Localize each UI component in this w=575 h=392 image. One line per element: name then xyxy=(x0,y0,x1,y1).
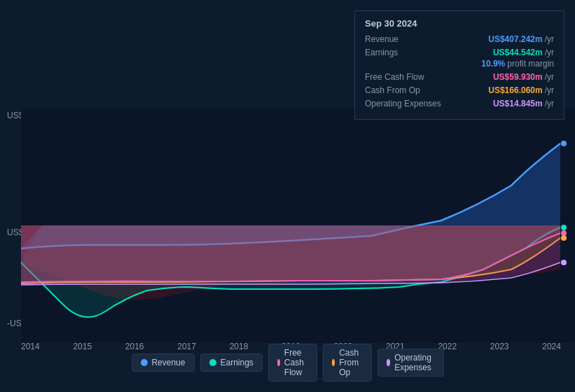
revenue-label: Revenue xyxy=(365,34,456,44)
legend-label-free-cash-flow: Free Cash Flow xyxy=(284,348,308,377)
svg-point-4 xyxy=(561,141,567,146)
cash-from-op-value: US$166.060m/yr xyxy=(488,85,554,95)
legend-revenue[interactable]: Revenue xyxy=(131,354,194,372)
legend-earnings[interactable]: Earnings xyxy=(200,354,262,372)
legend-label-revenue: Revenue xyxy=(151,358,185,368)
legend-label-cash-from-op: Cash From Op xyxy=(339,348,363,377)
x-label-2024: 2024 xyxy=(542,342,561,351)
tooltip-date: Sep 30 2024 xyxy=(365,18,554,29)
earnings-value: US$44.542m/yr xyxy=(493,48,554,57)
profit-margin-label: profit margin xyxy=(507,59,554,69)
cash-from-op-row: Cash From Op US$166.060m/yr xyxy=(365,85,554,95)
cash-from-op-label: Cash From Op xyxy=(365,85,456,95)
earnings-label: Earnings xyxy=(365,48,456,57)
earnings-row: Earnings US$44.542m/yr xyxy=(365,48,554,57)
legend-dot-revenue xyxy=(140,359,147,366)
chart-svg xyxy=(0,108,575,343)
legend-dot-cash-from-op xyxy=(332,359,335,366)
svg-point-8 xyxy=(561,260,567,265)
legend-free-cash-flow[interactable]: Free Cash Flow xyxy=(268,344,317,382)
svg-point-6 xyxy=(561,230,567,236)
legend-label-earnings: Earnings xyxy=(220,358,253,368)
x-label-2023: 2023 xyxy=(490,342,509,351)
revenue-value: US$407.242m/yr xyxy=(488,34,554,44)
free-cash-flow-row: Free Cash Flow US$59.930m/yr xyxy=(365,72,554,82)
x-label-2014: 2014 xyxy=(21,342,40,351)
legend-operating-expenses[interactable]: Operating Expenses xyxy=(377,349,444,377)
legend-dot-earnings xyxy=(209,359,216,366)
revenue-row: Revenue US$407.242m/yr xyxy=(365,34,554,44)
operating-expenses-label: Operating Expenses xyxy=(365,99,456,108)
legend-label-operating-expenses: Operating Expenses xyxy=(394,353,434,372)
free-cash-flow-value: US$59.930m/yr xyxy=(493,72,554,82)
chart-container: Sep 30 2024 Revenue US$407.242m/yr Earni… xyxy=(0,0,575,392)
legend-cash-from-op[interactable]: Cash From Op xyxy=(323,344,372,382)
profit-margin-row: 10.9% profit margin xyxy=(365,59,554,69)
operating-expenses-value: US$14.845m/yr xyxy=(493,99,554,108)
operating-expenses-row: Operating Expenses US$14.845m/yr xyxy=(365,99,554,108)
x-label-2015: 2015 xyxy=(73,342,92,351)
legend-dot-operating-expenses xyxy=(387,359,390,366)
svg-point-7 xyxy=(561,235,567,241)
chart-legend: Revenue Earnings Free Cash Flow Cash Fro… xyxy=(131,344,443,382)
legend-dot-free-cash-flow xyxy=(277,359,280,366)
profit-margin-value: 10.9% xyxy=(481,59,505,69)
free-cash-flow-label: Free Cash Flow xyxy=(365,72,456,82)
svg-point-5 xyxy=(561,225,567,230)
info-tooltip: Sep 30 2024 Revenue US$407.242m/yr Earni… xyxy=(354,10,564,120)
